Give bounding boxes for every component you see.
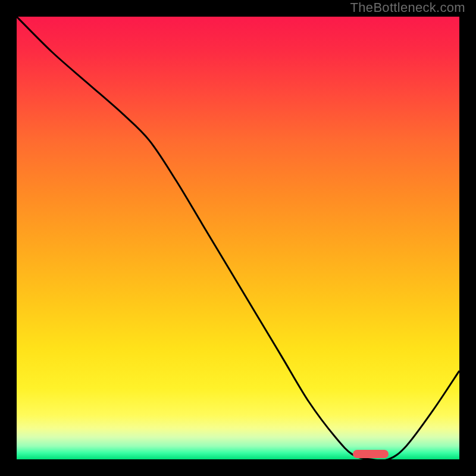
- plot-frame: [17, 17, 459, 459]
- bottleneck-curve: [17, 17, 459, 459]
- watermark-text: TheBottleneck.com: [350, 0, 465, 15]
- curve-line: [17, 17, 459, 459]
- optimal-range-marker: [353, 450, 389, 458]
- chart-container: TheBottleneck.com: [0, 0, 476, 476]
- plot-area: [17, 17, 459, 459]
